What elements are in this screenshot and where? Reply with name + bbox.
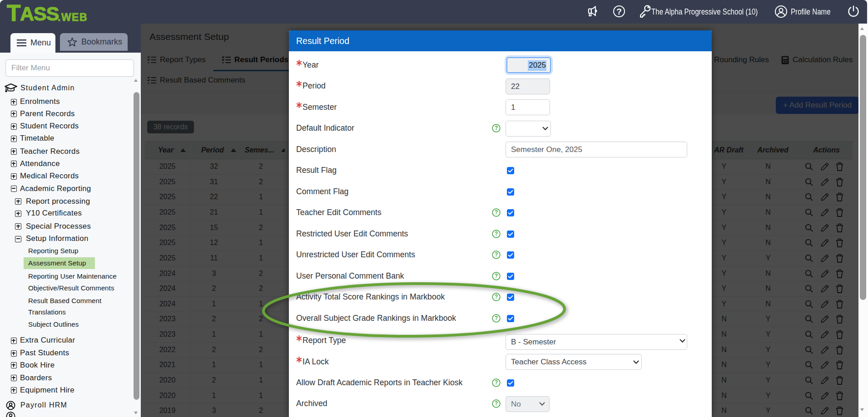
svg-text:?: ?	[495, 125, 498, 131]
svg-text:?: ?	[495, 379, 498, 386]
svg-text:?: ?	[495, 400, 498, 407]
svg-text:?: ?	[495, 251, 498, 258]
svg-text:?: ?	[616, 7, 622, 16]
svg-text:?: ?	[495, 209, 498, 216]
svg-text:?: ?	[495, 231, 498, 237]
